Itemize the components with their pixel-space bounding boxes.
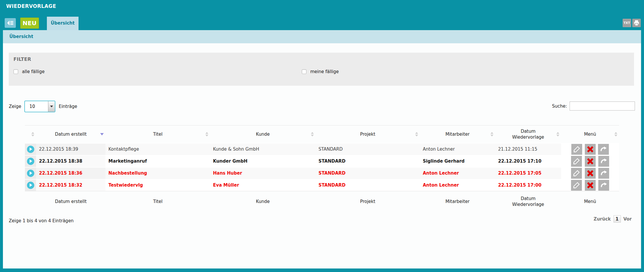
eintraege-label: Einträge xyxy=(59,104,77,109)
cell-titel: Marketinganruf xyxy=(105,155,210,167)
filter-panel: FILTER alle fällige meine fällige xyxy=(9,53,634,86)
pencil-icon xyxy=(573,145,581,153)
sort-icon xyxy=(205,132,208,136)
cell-datum-wiedervorlage: 21.12.2015 11:15 xyxy=(495,143,561,155)
cell-datum-erstellt: 22.12.2015 18:32 xyxy=(36,179,105,191)
cell-mitarbeiter: Anton Lechner xyxy=(420,167,495,179)
page-title: WIEDERVORLAGE xyxy=(6,3,56,9)
column-header[interactable]: Mitarbeiter xyxy=(420,125,495,143)
cell-kunde: Kunder GmbH xyxy=(210,155,316,167)
edit-button[interactable] xyxy=(571,144,582,155)
footer-column-label: Kunde xyxy=(210,191,316,212)
cell-menu xyxy=(561,155,619,167)
wiedervorlage-table: Datum erstellt Titel Kunde Projekt Mitar… xyxy=(25,125,619,212)
cell-kunde: Eva Müller xyxy=(210,179,316,191)
footer-column-label: Mitarbeiter xyxy=(420,191,495,212)
checkbox-label: alle fällige xyxy=(22,69,45,74)
forward-button[interactable] xyxy=(598,168,609,179)
page-length-value: 10 xyxy=(25,101,48,112)
sort-icon xyxy=(31,132,34,136)
search-label: Suche: xyxy=(552,104,567,109)
cell-kunde: Kunde & Sohn GmbH xyxy=(210,143,316,155)
footer-column-label: Datum erstellt xyxy=(36,191,105,212)
column-header[interactable]: Datum Wiedervorlage xyxy=(495,125,561,143)
page-length-select[interactable]: 10 xyxy=(24,101,55,112)
cell-datum-wiedervorlage: 22.12.2015 17:10 xyxy=(495,155,561,167)
redo-arrow-icon xyxy=(599,145,607,153)
red-x-icon xyxy=(586,169,594,177)
play-icon[interactable] xyxy=(27,146,34,153)
delete-button[interactable] xyxy=(585,168,596,179)
current-page-button[interactable]: 1 xyxy=(614,215,621,223)
cell-kunde: Hans Huber xyxy=(210,167,316,179)
cell-datum-erstellt: 22.12.2015 18:36 xyxy=(36,167,105,179)
checkbox-meine-faellige[interactable] xyxy=(302,69,306,74)
cell-mitarbeiter: Siglinde Gerhard xyxy=(420,155,495,167)
prev-page-button[interactable]: Zurück xyxy=(594,216,611,222)
filter-title: FILTER xyxy=(13,56,31,62)
section-title: Übersicht xyxy=(9,30,33,43)
play-icon[interactable] xyxy=(27,182,34,189)
table-footer-row: Datum erstellt Titel Kunde Projekt Mitar… xyxy=(25,191,619,212)
column-header-label: Titel xyxy=(153,131,162,137)
edit-button[interactable] xyxy=(571,168,582,179)
print-button[interactable] xyxy=(632,19,641,27)
checkbox-alle-faellige[interactable] xyxy=(13,69,18,74)
delete-button[interactable] xyxy=(585,144,596,155)
neu-button[interactable]: NEU xyxy=(20,18,39,29)
collapse-menu-icon xyxy=(7,20,14,26)
footer-column-label: Menü xyxy=(561,191,619,212)
edit-button[interactable] xyxy=(571,156,582,167)
table-row: 22.12.2015 18:38 Marketinganruf Kunder G… xyxy=(25,155,619,167)
table-header-row: Datum erstellt Titel Kunde Projekt Mitar… xyxy=(25,125,619,143)
column-header-label: Datum Wiedervorlage xyxy=(508,128,548,140)
pencil-icon xyxy=(573,157,580,165)
cell-titel: Kontaktpflege xyxy=(105,143,210,155)
column-header[interactable]: Titel xyxy=(105,125,210,143)
forward-button[interactable] xyxy=(598,156,609,167)
printer-icon xyxy=(633,20,640,26)
play-icon[interactable] xyxy=(27,170,34,177)
pagination: Zurück 1 Vor xyxy=(594,215,632,223)
cell-projekt: STANDARD xyxy=(316,143,420,155)
txt-export-button[interactable]: TXT xyxy=(623,19,631,27)
forward-button[interactable] xyxy=(598,144,609,155)
tab-uebersicht[interactable]: Übersicht xyxy=(47,17,79,30)
cell-menu xyxy=(561,167,619,179)
cell-mitarbeiter: Anton Lechner xyxy=(420,143,495,155)
forward-button[interactable] xyxy=(598,180,609,191)
column-header-label: Mitarbeiter xyxy=(445,131,470,137)
column-header[interactable]: Menü xyxy=(561,125,619,143)
sort-icon xyxy=(100,133,104,135)
table-row: 22.12.2015 18:39 Kontaktpflege Kunde & S… xyxy=(25,143,619,155)
chevron-down-icon xyxy=(48,101,55,112)
sort-icon xyxy=(556,132,559,136)
column-header-label: Projekt xyxy=(360,131,375,137)
cell-projekt: STANDARD xyxy=(316,155,420,167)
cell-datum-wiedervorlage: 22.12.2015 17:00 xyxy=(495,179,561,191)
sort-icon xyxy=(311,132,314,136)
cell-projekt: STANDARD xyxy=(316,167,420,179)
cell-titel: Nachbestellung xyxy=(105,167,210,179)
column-header-label: Kunde xyxy=(256,131,270,137)
column-header[interactable]: Kunde xyxy=(210,125,316,143)
sort-icon xyxy=(490,132,493,136)
cell-projekt: STANDARD xyxy=(316,179,420,191)
edit-button[interactable] xyxy=(571,180,582,191)
column-header[interactable]: Projekt xyxy=(316,125,420,143)
delete-button[interactable] xyxy=(585,156,596,167)
play-icon[interactable] xyxy=(27,158,34,165)
footer-column-label: Datum Wiedervorlage xyxy=(495,191,561,212)
next-page-button[interactable]: Vor xyxy=(623,216,632,222)
collapse-menu-button[interactable] xyxy=(5,18,16,28)
search-input[interactable] xyxy=(570,101,635,111)
cell-menu xyxy=(561,179,619,191)
column-header[interactable] xyxy=(25,125,36,143)
wiedervorlage-page: WIEDERVORLAGE NEU Übersicht TXT Übersich… xyxy=(0,0,644,272)
cell-titel: Testwiedervlg xyxy=(105,179,210,191)
delete-button[interactable] xyxy=(585,180,596,191)
cell-datum-erstellt: 22.12.2015 18:39 xyxy=(36,143,105,155)
sort-icon xyxy=(415,132,418,136)
cell-datum-wiedervorlage: 22.12.2015 17:05 xyxy=(495,167,561,179)
column-header[interactable]: Datum erstellt xyxy=(36,125,105,143)
